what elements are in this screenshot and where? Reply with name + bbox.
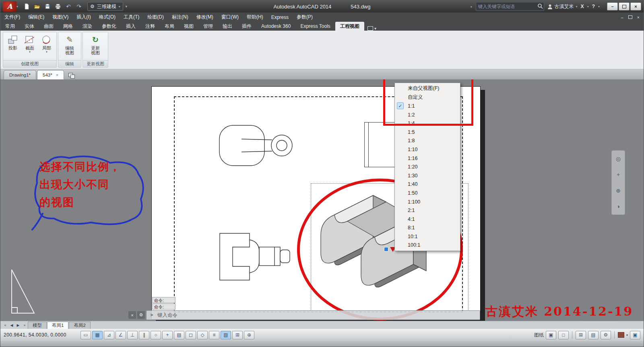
menu-window[interactable]: 窗口(W) xyxy=(217,12,243,22)
infer-constraints-toggle[interactable]: ▭ xyxy=(80,331,91,339)
mdi-restore-icon[interactable] xyxy=(628,15,632,19)
menu-format[interactable]: 格式(O) xyxy=(95,12,120,22)
menu-edit[interactable]: 编辑(E) xyxy=(24,12,48,22)
quick-properties-toggle[interactable]: ⊕ xyxy=(244,331,254,339)
ortho-view-top-left[interactable] xyxy=(218,121,297,170)
ribbon-tab-manage[interactable]: 管理 xyxy=(198,22,218,31)
ortho-toggle[interactable]: ⊥ xyxy=(127,331,138,339)
menu-item[interactable]: 10:1 xyxy=(395,232,460,241)
lineweight-toggle[interactable]: ◇ xyxy=(197,331,208,339)
menu-help[interactable]: 帮助(H) xyxy=(243,12,267,22)
dynamic-input-toggle[interactable]: ◻ xyxy=(186,331,196,339)
infocenter-collapse-icon[interactable]: ▸ xyxy=(471,5,473,8)
tab-model[interactable]: 模型 xyxy=(28,322,47,329)
selection-cycling-toggle[interactable]: ▨ xyxy=(221,331,231,339)
ribbon-tab-surface[interactable]: 曲面 xyxy=(39,22,58,31)
drawing-canvas[interactable]: 选择不同比例， 出现大小不同 的视图 来自父视图(F) 自定义 ✓1:1 1:2… xyxy=(0,79,644,321)
menu-view[interactable]: 视图(V) xyxy=(48,12,72,22)
workspace-dropdown[interactable]: ⚙ 三维建模 ▾ xyxy=(87,2,123,11)
tab-layout2[interactable]: 布局2 xyxy=(69,322,90,329)
isolate-objects-icon[interactable] xyxy=(618,332,624,338)
ribbon-tab-insert[interactable]: 插入 xyxy=(121,22,140,31)
restore-button[interactable] xyxy=(619,2,630,10)
tab-layout1[interactable]: 布局1 xyxy=(47,322,68,329)
transparency-toggle[interactable]: ≡ xyxy=(209,331,219,339)
mdi-minimize-icon[interactable]: – xyxy=(621,15,623,20)
clean-screen-button[interactable]: ▣ xyxy=(630,331,640,339)
command-customize-button[interactable]: ⚙ xyxy=(137,311,145,319)
menu-item[interactable]: 1:8 xyxy=(395,137,460,145)
layout-last-button[interactable]: » xyxy=(21,322,28,328)
quick-view-drawings-button[interactable]: □ xyxy=(558,331,569,339)
chevron-down-icon[interactable]: ▾ xyxy=(598,5,600,8)
menu-item[interactable]: 2:1 xyxy=(395,206,460,215)
file-tab-drawing1[interactable]: Drawing1* xyxy=(4,70,36,79)
paper-model-label[interactable]: 图纸 xyxy=(534,332,544,339)
app-menu-caret-icon[interactable]: ▾ xyxy=(17,5,18,8)
steering-wheel-icon[interactable]: ◎ xyxy=(616,156,621,162)
ribbon-tab-layout[interactable]: 布局 xyxy=(160,22,179,31)
signin-button[interactable]: 古滇艾米 ▾ xyxy=(547,3,578,10)
search-input[interactable] xyxy=(476,4,537,9)
ribbon-tab-autodesk360[interactable]: Autodesk 360 xyxy=(256,22,295,31)
projected-view-button[interactable]: 投影 xyxy=(5,34,21,51)
search-icon[interactable] xyxy=(537,3,544,10)
menu-file[interactable]: 文件(F) xyxy=(0,12,24,22)
section-view-button[interactable]: 截面 ▾ xyxy=(22,34,38,54)
detail-view-button[interactable]: 局部 ▾ xyxy=(39,34,55,54)
save-button[interactable] xyxy=(43,2,52,10)
annotation-scale-button[interactable]: ⊞ xyxy=(576,331,586,339)
autocad-logo-icon[interactable]: A xyxy=(3,1,17,12)
command-close-button[interactable]: × xyxy=(128,311,136,319)
orbit-icon[interactable]: ◑ xyxy=(617,203,620,210)
toolbar-lock-button[interactable]: ⚙ xyxy=(601,331,611,339)
object-snap-toggle[interactable]: ○ xyxy=(151,331,161,339)
menu-draw[interactable]: 绘图(D) xyxy=(143,12,168,22)
menu-parametric[interactable]: 参数(P) xyxy=(293,12,317,22)
menu-express[interactable]: Express xyxy=(267,12,293,22)
menu-item[interactable]: 1:10 xyxy=(395,145,460,154)
command-input[interactable] xyxy=(157,312,477,318)
redo-button[interactable]: ↷ xyxy=(74,2,83,10)
ribbon-tab-render[interactable]: 渲染 xyxy=(78,22,97,31)
menu-modify[interactable]: 修改(M) xyxy=(192,12,217,22)
ribbon-tab-annotate[interactable]: 注释 xyxy=(140,22,160,31)
command-input-wrap[interactable]: ＞ xyxy=(146,310,480,320)
minimize-button[interactable]: – xyxy=(607,2,618,10)
workspace-switch-button[interactable]: ▤ xyxy=(588,331,599,339)
status-menu-caret-icon[interactable]: ▾ xyxy=(626,333,628,337)
close-button[interactable]: × xyxy=(630,2,641,10)
file-tab-543[interactable]: 543* × xyxy=(37,70,64,79)
ribbon-display-toggle[interactable]: ▾ xyxy=(367,26,376,31)
ribbon-tab-solid[interactable]: 实体 xyxy=(20,22,39,31)
undo-button[interactable]: ↶ xyxy=(64,2,73,10)
update-view-button[interactable]: ↻ 更新视图 xyxy=(87,34,104,56)
menu-item[interactable]: 1:20 xyxy=(395,162,460,171)
ribbon-tab-plugins[interactable]: 插件 xyxy=(237,22,256,31)
ribbon-tab-mesh[interactable]: 网格 xyxy=(58,22,78,31)
3d-object-snap-toggle[interactable]: + xyxy=(162,331,173,339)
annotation-monitor-toggle[interactable]: ⊞ xyxy=(232,331,243,339)
ribbon-tab-output[interactable]: 输出 xyxy=(218,22,237,31)
ribbon-tab-home[interactable]: 常用 xyxy=(0,22,20,31)
pan-icon[interactable]: + xyxy=(617,171,620,178)
menu-item[interactable]: 1:16 xyxy=(395,154,460,163)
zoom-icon[interactable]: ⊕ xyxy=(616,187,621,194)
snap-toggle[interactable]: ⊿ xyxy=(104,331,114,339)
menu-tools[interactable]: 工具(T) xyxy=(120,12,143,22)
layout-next-button[interactable]: ▶ xyxy=(15,322,21,328)
plot-button[interactable] xyxy=(54,2,62,10)
menu-insert[interactable]: 插入(I) xyxy=(72,12,95,22)
menu-item[interactable]: 4:1 xyxy=(395,215,460,224)
menu-item[interactable]: 8:1 xyxy=(395,224,460,233)
menu-item[interactable]: 1:50 xyxy=(395,189,460,197)
help-search-box[interactable] xyxy=(476,2,544,11)
mdi-close-icon[interactable]: × xyxy=(637,15,640,20)
ribbon-tab-expresstools[interactable]: Express Tools xyxy=(295,22,335,31)
ribbon-tab-parametric[interactable]: 参数化 xyxy=(97,22,121,31)
polar-tracking-toggle[interactable]: ∠ xyxy=(116,331,126,339)
ortho-view-bottom-left[interactable] xyxy=(218,231,297,283)
ribbon-tab-view[interactable]: 视图 xyxy=(179,22,198,31)
dynamic-ucs-toggle[interactable]: ▤ xyxy=(174,331,184,339)
menu-item[interactable]: 1:30 xyxy=(395,171,460,180)
